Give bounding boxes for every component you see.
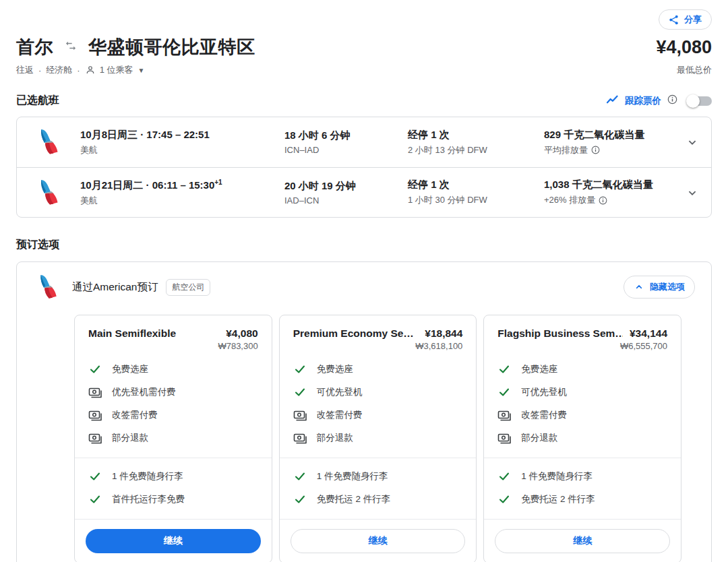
flight-stop-detail: 2 小时 13 分钟 DFW bbox=[408, 144, 544, 156]
passenger-count[interactable]: 1 位乘客 bbox=[100, 64, 133, 76]
fare-card-flagship-business: Flagship Business Sem… ¥34,144 ₩6,555,70… bbox=[483, 315, 681, 562]
flight-duration: 18 小时 6 分钟 bbox=[284, 129, 408, 142]
american-airlines-logo bbox=[33, 129, 60, 156]
flight-route: ICN–IAD bbox=[284, 145, 408, 155]
selected-flights-list: 10月8日周三 · 17:45 – 22:51 美航 18 小时 6 分钟 IC… bbox=[16, 117, 712, 218]
baggage-feature-label: 1 件免费随身行李 bbox=[521, 470, 593, 482]
check-icon bbox=[497, 470, 511, 482]
fare-feature: 免费选座 bbox=[293, 358, 463, 381]
money-icon bbox=[497, 432, 511, 444]
fare-feature: 改签需付费 bbox=[497, 404, 667, 427]
fare-feature: 可优先登机 bbox=[293, 381, 463, 404]
fare-feature: 改签需付费 bbox=[293, 404, 463, 427]
fare-alt-price: ₩783,300 bbox=[75, 340, 272, 351]
check-icon bbox=[88, 470, 102, 482]
flight-row[interactable]: 10月8日周三 · 17:45 – 22:51 美航 18 小时 6 分钟 IC… bbox=[17, 117, 711, 167]
continue-button[interactable]: 继续 bbox=[86, 529, 261, 553]
trip-type[interactable]: 往返 bbox=[16, 64, 34, 76]
fare-feature-label: 可优先登机 bbox=[317, 386, 363, 398]
fare-feature: 部分退款 bbox=[293, 427, 463, 449]
flight-booking-page: 分享 首尔 华盛顿哥伦比亚特区 ¥4,080 往返 · 经济舱 · 1 位乘客 … bbox=[0, 0, 728, 562]
flight-emissions-note: 平均排放量 bbox=[544, 144, 684, 156]
flight-emissions: 1,038 千克二氧化碳当量 bbox=[544, 179, 684, 191]
fare-feature-label: 改签需付费 bbox=[112, 409, 158, 421]
cabin-class[interactable]: 经济舱 bbox=[46, 64, 72, 76]
track-prices-label[interactable]: 跟踪票价 bbox=[625, 95, 661, 107]
check-icon bbox=[293, 470, 307, 482]
swap-icon[interactable] bbox=[64, 39, 78, 55]
airline-name: 美航 bbox=[80, 144, 284, 156]
info-icon[interactable] bbox=[599, 196, 607, 205]
info-icon[interactable] bbox=[591, 146, 600, 154]
flight-datetime: 10月8日周三 · 17:45 – 22:51 bbox=[80, 128, 284, 142]
check-icon bbox=[497, 386, 511, 398]
baggage-feature-label: 1 件免费随身行李 bbox=[112, 470, 183, 482]
fare-name: Main Semiflexible bbox=[88, 327, 219, 340]
continue-button[interactable]: 继续 bbox=[291, 529, 466, 553]
check-icon bbox=[88, 363, 102, 375]
continue-button[interactable]: 继续 bbox=[495, 529, 670, 553]
american-airlines-logo bbox=[33, 274, 59, 300]
flight-emissions-note: +26% 排放量 bbox=[544, 194, 684, 206]
fare-feature-label: 免费选座 bbox=[317, 363, 353, 375]
money-icon bbox=[88, 432, 102, 444]
flight-datetime: 10月21日周二 · 06:11 – 15:30+1 bbox=[80, 179, 284, 192]
trip-meta: 往返 · 经济舱 · 1 位乘客 ▼ 最低总价 bbox=[16, 64, 712, 76]
booking-options-title: 预订选项 bbox=[16, 238, 59, 252]
american-airlines-logo bbox=[33, 179, 60, 206]
airline-name: 美航 bbox=[80, 195, 284, 207]
fare-price: ¥34,144 bbox=[630, 327, 667, 340]
check-icon bbox=[293, 493, 307, 505]
baggage-feature: 1 件免费随身行李 bbox=[293, 465, 463, 488]
fare-price: ¥18,844 bbox=[425, 327, 462, 340]
baggage-feature: 免费托运 2 件行李 bbox=[293, 488, 463, 511]
selected-flights-title: 已选航班 bbox=[16, 94, 59, 108]
fare-feature-label: 免费选座 bbox=[521, 363, 557, 375]
fare-card-premium-economy: Premium Economy Se… ¥18,844 ₩3,618,100 免… bbox=[279, 315, 477, 562]
fare-name: Flagship Business Sem… bbox=[497, 327, 623, 340]
fare-feature-label: 部分退款 bbox=[317, 432, 353, 444]
fare-feature-label: 改签需付费 bbox=[521, 409, 567, 421]
check-icon bbox=[497, 493, 511, 505]
fare-feature-label: 改签需付费 bbox=[317, 409, 363, 421]
hide-options-button[interactable]: 隐藏选项 bbox=[624, 276, 695, 299]
track-prices-toggle[interactable] bbox=[688, 96, 712, 106]
chevron-up-icon bbox=[634, 282, 644, 292]
fare-feature-label: 部分退款 bbox=[521, 432, 557, 444]
fare-feature: 免费选座 bbox=[88, 358, 258, 381]
fare-alt-price: ₩6,555,700 bbox=[484, 340, 681, 351]
destination-city: 华盛顿哥伦比亚特区 bbox=[88, 35, 255, 59]
baggage-feature-label: 1 件免费随身行李 bbox=[317, 470, 388, 482]
baggage-feature-label: 免费托运 2 件行李 bbox=[317, 493, 391, 505]
baggage-feature-label: 首件托运行李免费 bbox=[112, 493, 185, 505]
chevron-down-icon[interactable] bbox=[684, 185, 700, 200]
price-note: 最低总价 bbox=[677, 64, 712, 76]
chevron-down-icon[interactable] bbox=[684, 135, 700, 150]
fare-feature-label: 可优先登机 bbox=[521, 386, 567, 398]
fare-alt-price: ₩3,618,100 bbox=[280, 340, 477, 351]
booking-options-card: 通过American预订 航空公司 隐藏选项 Main Semiflexible… bbox=[16, 261, 712, 562]
origin-city: 首尔 bbox=[16, 35, 53, 59]
route-title: 首尔 华盛顿哥伦比亚特区 ¥4,080 bbox=[16, 35, 712, 59]
info-icon[interactable] bbox=[667, 94, 677, 107]
check-icon bbox=[88, 493, 102, 505]
fare-feature-label: 免费选座 bbox=[112, 363, 148, 375]
provider-badge: 航空公司 bbox=[166, 279, 210, 296]
money-icon bbox=[293, 432, 307, 444]
baggage-feature: 1 件免费随身行李 bbox=[88, 465, 258, 488]
money-icon bbox=[497, 409, 511, 421]
flight-row[interactable]: 10月21日周二 · 06:11 – 15:30+1 美航 20 小时 19 分… bbox=[17, 167, 711, 217]
passenger-dropdown-caret[interactable]: ▼ bbox=[138, 67, 145, 74]
flight-emissions: 829 千克二氧化碳当量 bbox=[544, 129, 684, 142]
flight-duration: 20 小时 19 分钟 bbox=[284, 180, 408, 193]
baggage-feature: 免费托运 2 件行李 bbox=[497, 488, 667, 511]
baggage-feature: 首件托运行李免费 bbox=[88, 488, 258, 511]
fare-feature-label: 部分退款 bbox=[112, 432, 148, 444]
share-button[interactable]: 分享 bbox=[659, 9, 712, 30]
flight-stop-detail: 1 小时 30 分钟 DFW bbox=[408, 194, 544, 206]
fare-feature: 部分退款 bbox=[497, 427, 667, 449]
share-label: 分享 bbox=[684, 13, 702, 26]
money-icon bbox=[88, 386, 102, 398]
share-icon bbox=[669, 15, 679, 25]
flight-route: IAD–ICN bbox=[284, 195, 408, 206]
